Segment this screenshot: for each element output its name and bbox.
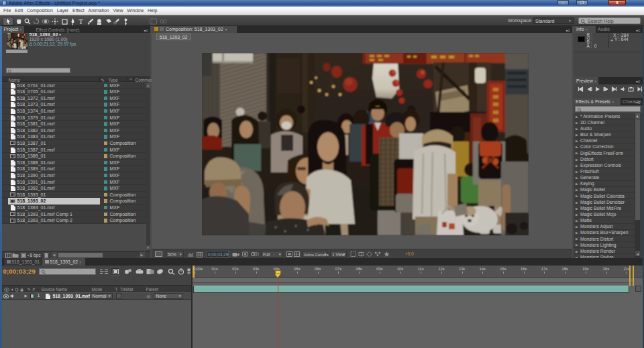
svg-text:T: T	[78, 18, 83, 25]
